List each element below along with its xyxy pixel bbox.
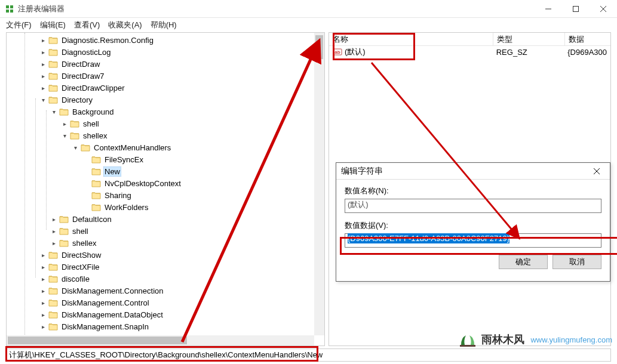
toggle-icon[interactable]: ▸ [60, 119, 69, 128]
tree-item[interactable]: ▸DirectShow [7, 249, 324, 261]
toggle-icon[interactable]: ▸ [50, 215, 58, 223]
menu-favorites[interactable]: 收藏夹(A) [108, 20, 142, 30]
cancel-button[interactable]: 取消 [552, 255, 601, 269]
tree-item[interactable]: ▸DirectXFile [7, 261, 324, 273]
toggle-icon[interactable]: ▸ [39, 84, 47, 92]
tree-item[interactable]: ▸DirectDraw [7, 58, 324, 70]
tree-item[interactable]: ▸DirectDraw7 [7, 70, 324, 82]
toggle-icon[interactable] [82, 155, 90, 164]
toggle-icon[interactable]: ▾ [39, 95, 47, 104]
toggle-icon[interactable]: ▸ [39, 310, 47, 319]
path-text: 计算机\HKEY_CLASSES_ROOT\Directory\Backgrou… [9, 350, 323, 360]
tree-item[interactable]: ▸DiskManagement.SnapIn [7, 320, 324, 332]
col-type[interactable]: 类型 [493, 33, 565, 45]
tree-item-label: shell [82, 119, 100, 128]
tree-item-label: ContextMenuHandlers [93, 143, 172, 152]
tree-item-label: shellex [71, 239, 97, 248]
dialog-title-bar[interactable]: 编辑字符串 [336, 163, 610, 180]
col-name[interactable]: 名称 [329, 33, 493, 45]
value-data-field[interactable]: {D969A300-E7FF-11d0-A93B-00A0C90F2719} [345, 233, 601, 248]
folder-icon [48, 322, 58, 331]
folder-icon [48, 286, 58, 295]
folder-icon [91, 155, 101, 164]
tree-item[interactable]: ▸Diagnostic.Resmon.Config [7, 34, 324, 46]
value-name-label: 数值名称(N): [345, 186, 601, 196]
close-button[interactable] [590, 0, 617, 18]
toggle-icon[interactable] [82, 167, 90, 175]
tree-item[interactable]: FileSyncEx [7, 153, 324, 165]
toggle-icon[interactable]: ▸ [39, 60, 47, 68]
toggle-icon[interactable]: ▸ [39, 251, 47, 259]
menu-help[interactable]: 帮助(H) [151, 20, 177, 30]
toggle-icon[interactable]: ▾ [50, 107, 58, 116]
folder-icon [48, 60, 58, 68]
col-data[interactable]: 数据 [565, 33, 610, 45]
tree-item-label: New [103, 166, 121, 177]
tree-hscroll[interactable] [7, 335, 314, 346]
registry-tree[interactable]: ▸Diagnostic.Resmon.Config▸DiagnosticLog▸… [7, 33, 324, 346]
tree-item[interactable]: ▸discofile [7, 273, 324, 285]
dialog-title: 编辑字符串 [341, 166, 383, 177]
toggle-icon[interactable]: ▸ [39, 298, 47, 307]
tree-item-label: DirectDraw7 [60, 72, 106, 81]
tree-item[interactable]: ▸shell [7, 118, 324, 129]
tree-item-label: DiskManagement.Control [60, 298, 151, 307]
toggle-icon[interactable]: ▸ [39, 72, 47, 80]
tree-item[interactable]: ▸DiskManagement.Control [7, 297, 324, 309]
tree-item[interactable]: ▸DirectDrawClipper [7, 82, 324, 94]
ok-button[interactable]: 确定 [499, 255, 548, 269]
toggle-icon[interactable]: ▸ [39, 274, 47, 283]
list-row[interactable]: ab (默认) REG_SZ {D969A300 [329, 46, 610, 58]
toggle-icon[interactable]: ▸ [50, 239, 58, 247]
toggle-icon[interactable]: ▸ [50, 227, 58, 235]
tree-vscroll[interactable] [314, 33, 324, 335]
svg-rect-1 [10, 5, 13, 8]
tree-item[interactable]: New [7, 165, 324, 177]
tree-item[interactable]: ▾Background [7, 106, 324, 118]
svg-rect-0 [6, 5, 9, 8]
tree-item[interactable]: ▸shell [7, 225, 324, 237]
toggle-icon[interactable]: ▸ [39, 322, 47, 331]
minimize-button[interactable] [535, 0, 562, 18]
tree-item-label: DirectShow [60, 251, 102, 260]
menu-bar: 文件(F) 编辑(E) 查看(V) 收藏夹(A) 帮助(H) [0, 18, 617, 32]
tree-item-label: DiagnosticLog [60, 48, 112, 57]
tree-item-label: shell [71, 227, 90, 236]
row-name: (默认) [345, 47, 366, 57]
toggle-icon[interactable]: ▸ [39, 286, 47, 295]
tree-item[interactable]: ▾shellex [7, 129, 324, 141]
tree-item[interactable]: NvCplDesktopContext [7, 177, 324, 189]
path-bar[interactable]: 计算机\HKEY_CLASSES_ROOT\Directory\Backgrou… [6, 348, 611, 362]
toggle-icon[interactable]: ▸ [39, 36, 47, 44]
tree-item[interactable]: ▸shellex [7, 237, 324, 249]
value-name-field[interactable]: (默认) [345, 199, 601, 213]
tree-item[interactable]: Sharing [7, 189, 324, 201]
tree-item[interactable]: ▸DiskManagement.DataObject [7, 309, 324, 320]
dialog-close-button[interactable] [588, 163, 605, 180]
toggle-icon[interactable]: ▾ [71, 143, 79, 152]
tree-item[interactable]: ▾ContextMenuHandlers [7, 141, 324, 153]
folder-icon [48, 263, 58, 271]
toggle-icon[interactable]: ▸ [39, 48, 47, 56]
window-title: 注册表编辑器 [18, 4, 535, 14]
tree-item[interactable]: ▸DiskManagement.Connection [7, 285, 324, 297]
tree-item[interactable]: ▸DiagnosticLog [7, 46, 324, 58]
app-icon [5, 4, 14, 14]
toggle-icon[interactable]: ▸ [39, 263, 47, 271]
dialog-body: 数值名称(N): (默认) 数值数据(V): {D969A300-E7FF-11… [336, 180, 610, 276]
menu-view[interactable]: 查看(V) [74, 20, 100, 30]
title-bar: 注册表编辑器 [0, 0, 617, 18]
tree-item[interactable]: ▾Directory [7, 94, 324, 106]
row-type: REG_SZ [493, 48, 564, 57]
tree-item-label: shellex [82, 131, 108, 140]
toggle-icon[interactable] [82, 179, 90, 187]
toggle-icon[interactable]: ▾ [60, 131, 69, 140]
menu-file[interactable]: 文件(F) [6, 20, 32, 30]
toggle-icon[interactable] [82, 191, 90, 199]
menu-edit[interactable]: 编辑(E) [40, 20, 66, 30]
toggle-icon[interactable] [82, 203, 90, 211]
tree-pane: ▸Diagnostic.Resmon.Config▸DiagnosticLog▸… [6, 32, 325, 346]
tree-item[interactable]: WorkFolders [7, 201, 324, 213]
tree-item[interactable]: ▸DefaultIcon [7, 213, 324, 225]
maximize-button[interactable] [562, 0, 590, 18]
